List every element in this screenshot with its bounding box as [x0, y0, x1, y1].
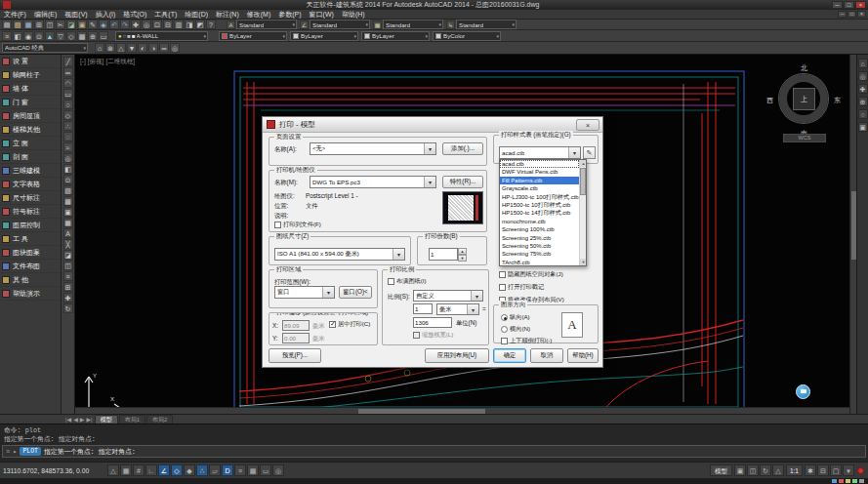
- clean-screen-icon[interactable]: ▢: [830, 464, 842, 476]
- move-icon[interactable]: ✚: [63, 293, 73, 302]
- layer-walk-icon[interactable]: ◇: [66, 31, 76, 41]
- preview-button[interactable]: 预览(P)...: [269, 348, 321, 363]
- zoom-previous-icon[interactable]: ⊟: [163, 20, 173, 29]
- menu-item[interactable]: 视图(V): [61, 10, 91, 20]
- viewcube-wcs-menu[interactable]: WCS: [783, 134, 826, 142]
- layer-states-icon[interactable]: ◧: [13, 31, 22, 41]
- rectangle-icon[interactable]: ▭: [63, 89, 73, 99]
- vertical-scrollbar[interactable]: [849, 55, 856, 414]
- plot-style-option[interactable]: Grayscale.ctb: [500, 184, 579, 192]
- plot-style-option[interactable]: Fill Patterns.ctb: [500, 177, 579, 184]
- layout-tab[interactable]: 布局2: [146, 415, 173, 424]
- draw-order-back-icon[interactable]: ▼: [127, 43, 137, 53]
- viewport-control[interactable]: [俯视]: [88, 58, 104, 66]
- polar-icon[interactable]: ◑: [148, 43, 158, 53]
- sidebar-menu-item[interactable]: 三维建模: [0, 164, 61, 178]
- status-tray-icon[interactable]: ▾: [843, 464, 854, 476]
- minimize-button[interactable]: ─: [832, 1, 843, 9]
- dialog-close-button[interactable]: ×: [576, 119, 599, 131]
- sidebar-menu-item[interactable]: 轴网柱子: [0, 68, 61, 82]
- layer-off-icon[interactable]: ⊙: [34, 31, 44, 41]
- table-icon[interactable]: ▦: [63, 218, 73, 227]
- osnap-3d-toggle[interactable]: ◆: [184, 464, 195, 476]
- circle-icon[interactable]: ○: [63, 100, 73, 109]
- polar-toggle[interactable]: ∠: [158, 464, 170, 476]
- plot-style-option[interactable]: acad.ctb: [500, 160, 579, 168]
- rotate-icon[interactable]: ↻: [63, 303, 73, 313]
- tray-icon[interactable]: [839, 479, 844, 483]
- layer-freeze-icon[interactable]: ▲: [45, 31, 55, 41]
- osnap-toggle[interactable]: ◇: [171, 464, 183, 476]
- mtext-icon[interactable]: A: [63, 228, 73, 238]
- layout-tab[interactable]: 模型: [95, 415, 118, 424]
- scale-combo[interactable]: 自定义: [413, 290, 483, 302]
- plot-range-combo[interactable]: 窗口: [274, 286, 335, 299]
- tray-icon[interactable]: [859, 479, 864, 483]
- plot-style-option[interactable]: monochrome.ctb: [500, 218, 579, 225]
- help-button[interactable]: 帮助(H): [567, 348, 599, 363]
- redo-icon[interactable]: ↷: [120, 20, 130, 29]
- sidebar-menu-item[interactable]: 楼梯其他: [0, 123, 61, 137]
- lineweight-combo[interactable]: ByLayer: [361, 31, 430, 41]
- plot-icon[interactable]: ⊞: [34, 20, 44, 29]
- mirror-icon[interactable]: ◫: [63, 261, 73, 270]
- mdi-window-button[interactable]: ─: [838, 11, 847, 18]
- menu-item[interactable]: 格式(O): [119, 10, 150, 20]
- notification-bubble[interactable]: [796, 384, 810, 399]
- quick-view-layouts-icon[interactable]: ▣: [734, 464, 746, 476]
- zoom-window-icon[interactable]: ⊡: [152, 20, 162, 29]
- construction-line-icon[interactable]: ═: [63, 67, 73, 77]
- plot-style-option[interactable]: TArch8.ctb: [500, 259, 579, 266]
- sidebar-menu-item[interactable]: 文字表格: [0, 178, 61, 191]
- menu-item[interactable]: 插入(I): [92, 10, 120, 20]
- quick-view-drawings-icon[interactable]: ◫: [747, 464, 759, 476]
- sidebar-menu-item[interactable]: 门 窗: [0, 96, 61, 109]
- center-plot-checkbox[interactable]: 居中打印(C): [329, 320, 370, 329]
- viewcube-north[interactable]: 北: [801, 63, 807, 73]
- layer-merge-icon[interactable]: ▭: [99, 31, 108, 41]
- sidebar-menu-item[interactable]: 设 置: [0, 55, 61, 68]
- printer-name-combo[interactable]: DWG To EPS.pc3: [310, 176, 436, 188]
- revcloud-icon[interactable]: ◌: [63, 132, 73, 141]
- command-input[interactable]: ≡ ▸ PLOT 指定第一个角点: 指定对角点:: [2, 445, 866, 458]
- offset-y-input[interactable]: 0.00: [282, 333, 310, 343]
- command-customize-icon[interactable]: ≡: [6, 448, 10, 456]
- lineweight-toggle[interactable]: ≡: [234, 464, 246, 476]
- annotation-visibility-icon[interactable]: △: [772, 464, 784, 476]
- navigation-wheel-icon[interactable]: ◎: [858, 71, 868, 81]
- gradient-icon[interactable]: ▩: [63, 196, 73, 206]
- plot-style-option[interactable]: Screening 75%.ctb: [500, 250, 579, 258]
- block-editor-icon[interactable]: ◈: [99, 20, 108, 29]
- tab-nav-arrow[interactable]: |◀: [64, 416, 72, 423]
- properties-icon[interactable]: ▥: [174, 20, 184, 29]
- workspace-combo[interactable]: AutoCAD 经典: [2, 43, 88, 53]
- sidebar-menu-item[interactable]: 立 面: [0, 137, 61, 150]
- workspace-switching-icon[interactable]: ✱: [805, 464, 816, 476]
- portrait-radio[interactable]: 纵向(A): [501, 313, 530, 322]
- object-snap-icon[interactable]: ◐: [138, 43, 147, 53]
- selection-cycling-toggle[interactable]: ◎: [272, 464, 284, 476]
- mdi-window-button[interactable]: □: [847, 11, 856, 18]
- navbar-zoom-icon[interactable]: ⊕: [858, 97, 868, 106]
- command-window[interactable]: 命令: plot指定第一个角点: 指定对角点: ≡ ▸ PLOT 指定第一个角点…: [0, 424, 868, 462]
- tray-icon[interactable]: [846, 479, 850, 483]
- plot-style-option[interactable]: HP-LJ300-tc 100打印样式.ctb: [500, 193, 579, 201]
- spline-icon[interactable]: ≈: [63, 142, 73, 152]
- tab-nav-arrow[interactable]: ◀: [72, 416, 79, 423]
- erase-icon[interactable]: ╳: [63, 239, 73, 249]
- offset-x-input[interactable]: 89.09: [282, 320, 310, 331]
- viewcube-east[interactable]: 东: [834, 96, 841, 105]
- scroll-down-icon[interactable]: ▼: [580, 259, 587, 265]
- scroll-up-icon[interactable]: ▲: [580, 160, 587, 167]
- sidebar-menu-item[interactable]: 符号标注: [0, 205, 61, 219]
- linetype-combo[interactable]: ByLayer: [290, 31, 358, 41]
- paste-icon[interactable]: ▣: [77, 20, 87, 29]
- tray-notification-badge[interactable]: [857, 467, 864, 474]
- copies-input[interactable]: 1: [429, 248, 458, 261]
- navbar-pan-icon[interactable]: ✚: [858, 84, 868, 94]
- viewcube-west[interactable]: 西: [766, 96, 773, 105]
- open-icon[interactable]: ▧: [13, 20, 22, 29]
- add-pagesetup-button[interactable]: 添加(.)...: [442, 142, 483, 155]
- undo-icon[interactable]: ↶: [109, 20, 119, 29]
- pick-window-button[interactable]: 窗口(O)<: [339, 286, 372, 299]
